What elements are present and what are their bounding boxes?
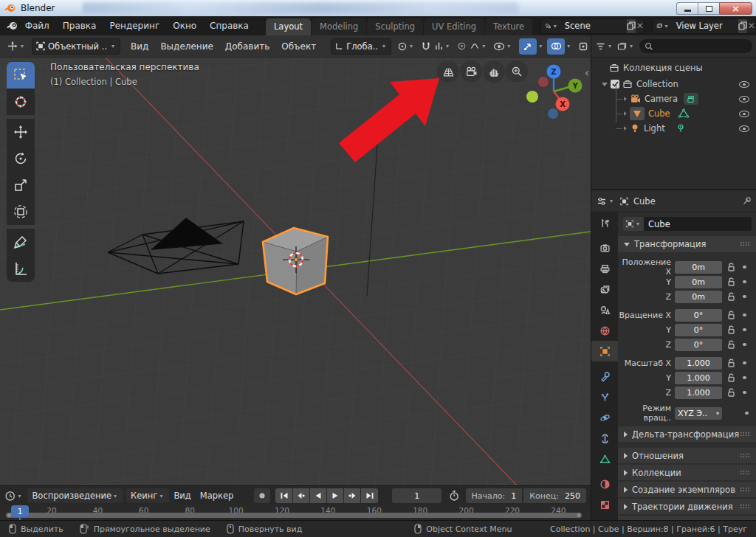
eye-icon[interactable] [739,111,749,117]
clock-icon[interactable] [4,491,16,502]
outliner-row-camera[interactable]: Camera [591,91,756,106]
eye-icon[interactable] [739,125,749,132]
new-scene-button[interactable] [627,18,636,34]
lock-icon[interactable] [727,263,736,272]
snap-target-dropdown[interactable]: ▾ [431,38,454,55]
keying-menu[interactable]: Кеинг▾ [126,488,169,503]
animate-dot[interactable] [743,295,746,299]
select-menu[interactable]: Выделение [154,41,219,52]
play-reverse-button[interactable] [310,488,326,503]
properties-tab-physics[interactable] [591,407,618,428]
expand-icon[interactable] [602,83,608,86]
tool-rotate[interactable] [7,145,35,172]
properties-tab-view-layer[interactable] [591,279,618,299]
row-label[interactable]: Camera [645,94,678,104]
falloff-dropdown[interactable]: ▾ [467,38,490,55]
proportional-editing-toggle[interactable] [457,38,467,55]
panel-header-collapsed[interactable]: Коллекции [618,465,756,480]
properties-tab-render[interactable] [591,238,618,258]
camera-object[interactable] [108,218,244,274]
menu-window[interactable]: Окно [166,16,203,35]
panel-header-collapsed[interactable]: Траектории движения [618,499,756,514]
menu-render[interactable]: Рендеринг [103,16,166,35]
xray-toggle[interactable] [574,38,592,55]
scene-name[interactable]: Scene [559,21,627,31]
lock-icon[interactable] [727,373,736,383]
view-menu[interactable]: Вид [125,41,154,52]
properties-tab-tool[interactable] [591,212,618,233]
tab-layout[interactable]: Layout [266,18,311,35]
row-label[interactable]: Коллекция сцены [623,63,703,73]
timeline-ruler[interactable]: 20406080100120140160180200220240 1 [0,505,591,520]
properties-tab-object[interactable] [591,341,618,361]
panel-header-collapsed[interactable]: Дельта-трансформация [618,426,756,442]
tool-measure[interactable] [7,255,35,282]
next-keyframe-button[interactable] [344,488,360,503]
panel-grip[interactable] [740,504,751,510]
unlink-scene-button[interactable]: ✕ [636,18,644,34]
row-label[interactable]: Cube [648,108,670,119]
panel-header-collapsed[interactable]: Отношения [618,448,756,463]
expand-icon[interactable] [624,111,627,116]
properties-tab-material[interactable] [591,474,618,494]
properties-tab-particles[interactable] [591,387,618,407]
properties-tab-modifiers[interactable] [591,366,618,387]
panel-grip[interactable] [740,241,751,247]
properties-tab-scene[interactable] [591,299,618,320]
gizmos-toggle[interactable] [519,38,537,55]
row-label[interactable]: Collection [636,79,678,89]
animate-dot[interactable] [743,266,746,269]
display-mode-icon[interactable] [616,41,628,52]
tool-transform[interactable] [7,198,35,225]
chevron-down-icon[interactable]: ▾ [610,198,613,204]
transform-value-field[interactable]: 1.000 [675,357,722,370]
tab-texture[interactable]: Texture [485,18,532,35]
collection-checkbox[interactable] [611,80,619,89]
panel-header-collapsed[interactable]: Создание экземпляров [618,482,756,497]
outliner-search-input[interactable] [639,39,752,53]
animate-dot[interactable] [743,343,746,347]
chevron-down-icon[interactable]: ▾ [18,493,21,499]
transform-value-field[interactable]: 0° [675,309,722,322]
prev-keyframe-button[interactable] [293,488,309,503]
playhead[interactable]: 1 [11,505,29,517]
expand-icon[interactable] [624,97,627,101]
tab-uv-editing[interactable]: UV Editing [424,18,484,35]
object-menu[interactable]: Объект [275,41,322,52]
blender-menu-logo-icon[interactable] [6,20,18,32]
menu-file[interactable]: Файл [18,16,56,35]
minimize-button[interactable] [676,2,698,15]
outliner-row-cube[interactable]: Cube [591,106,756,121]
panel-grip[interactable] [740,432,751,437]
panel-grip[interactable] [740,487,751,493]
os-titlebar[interactable]: Blender × [0,0,756,16]
lock-icon[interactable] [727,358,736,368]
transform-value-field[interactable]: 0° [675,339,722,351]
maximize-button[interactable] [698,2,719,15]
properties-tab-world[interactable] [591,320,618,341]
transform-value-field[interactable]: 1.000 [675,372,722,384]
eye-icon[interactable] [739,81,749,88]
animate-dot[interactable] [743,328,746,332]
animate-dot[interactable] [743,376,746,380]
animate-dot[interactable] [743,361,746,365]
perspective-toggle-button[interactable] [437,60,459,83]
lock-icon[interactable] [727,325,736,335]
tool-cursor[interactable] [7,89,35,115]
transform-value-field[interactable]: 0° [675,324,722,336]
id-type-button[interactable]: ▾ [623,217,644,231]
tool-select-box[interactable] [7,62,35,89]
overlays-toggle[interactable] [547,38,565,55]
move-view-button[interactable] [483,60,505,83]
properties-tab-output[interactable] [591,258,618,279]
lock-icon[interactable] [727,340,736,350]
jump-to-end-button[interactable] [361,488,377,503]
play-button[interactable] [327,488,343,503]
tool-annotate[interactable] [7,229,35,255]
properties-tab-object-data[interactable] [591,448,618,469]
lock-icon[interactable] [727,388,736,398]
close-button[interactable]: × [719,2,752,15]
properties-editor-icon[interactable] [596,196,608,207]
transform-value-field[interactable]: 0m [675,276,722,288]
remove-view-layer-button[interactable]: ✕ [747,18,755,34]
